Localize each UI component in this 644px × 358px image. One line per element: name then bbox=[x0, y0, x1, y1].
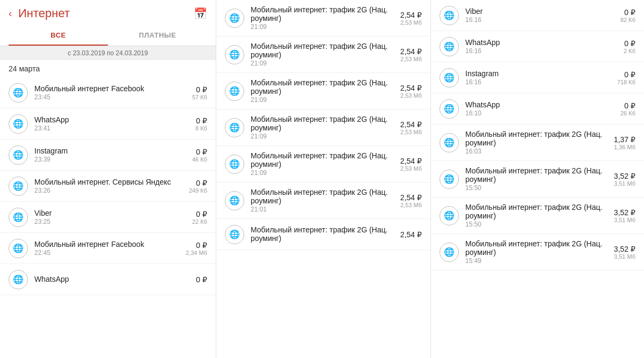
item-name: Мобильный интернет: трафик 2G (Нац. роум… bbox=[251, 115, 396, 132]
globe-icon: 🌐 bbox=[9, 177, 28, 196]
tabs: ВСЕ ПЛАТНЫЕ bbox=[9, 26, 207, 46]
globe-icon: 🌐 bbox=[440, 99, 459, 119]
list-item: 🌐 Мобильный интернет: трафик 2G (Нац. ро… bbox=[431, 161, 644, 198]
price-size: 82 Кб bbox=[620, 17, 635, 23]
item-time: 15:50 bbox=[465, 221, 610, 228]
list-item: 🌐 WhatsApp 16:10 0 ₽ 26 Кб bbox=[431, 93, 644, 125]
list-item: 🌐 Мобильный интернет: трафик 2G (Нац. ро… bbox=[431, 198, 644, 234]
price-value: 0 ₽ bbox=[195, 116, 207, 125]
globe-icon: 🌐 bbox=[9, 208, 28, 227]
item-time: 23:25 bbox=[34, 218, 188, 225]
item-name: Мобильный интернет Facebook bbox=[34, 84, 188, 93]
price-value: 0 ₽ bbox=[192, 85, 207, 94]
item-time: 23:26 bbox=[34, 187, 185, 194]
item-time: 21:09 bbox=[251, 169, 396, 177]
price-size: 2,53 Мб bbox=[400, 19, 422, 26]
globe-icon: 🌐 bbox=[225, 155, 244, 174]
price-value: 2,54 ₽ bbox=[400, 230, 422, 239]
globe-icon: 🌐 bbox=[440, 37, 459, 56]
globe-icon: 🌐 bbox=[9, 239, 28, 258]
item-time: 23:39 bbox=[34, 156, 188, 163]
price-size: 8 Кб bbox=[195, 125, 207, 131]
price-size: 26 Кб bbox=[620, 110, 635, 116]
price-value: 2,54 ₽ bbox=[400, 157, 422, 165]
list-item: 🌐 WhatsApp 16:16 0 ₽ 2 Кб bbox=[431, 31, 644, 62]
price-value: 2,54 ₽ bbox=[400, 84, 422, 92]
list-item: 🌐 Мобильный интернет Facebook 22:45 0 ₽ … bbox=[0, 233, 216, 264]
price-size: 57 Кб bbox=[192, 94, 207, 100]
list-item: 🌐 Viber 23:25 0 ₽ 22 Кб bbox=[0, 202, 216, 233]
price-value: 0 ₽ bbox=[624, 39, 635, 48]
item-time: 16:03 bbox=[465, 148, 610, 155]
item-name: Мобильный интернет: трафик 2G (Нац. роум… bbox=[465, 130, 610, 147]
price-value: 0 ₽ bbox=[620, 101, 635, 110]
price-size: 1,36 Мб bbox=[614, 144, 635, 150]
list-item: 🌐 Мобильный интернет: трафик 2G (Нац. ро… bbox=[216, 146, 430, 182]
item-time: 16:10 bbox=[465, 109, 616, 117]
globe-icon: 🌐 bbox=[225, 9, 244, 28]
item-name: Мобильный интернет Facebook bbox=[34, 240, 181, 249]
item-time: 23:41 bbox=[34, 125, 191, 132]
price-size: 2,53 Мб bbox=[400, 165, 422, 172]
price-size: 3,51 Мб bbox=[614, 180, 635, 187]
price-size: 3,51 Мб bbox=[614, 253, 635, 260]
item-time: 21:09 bbox=[251, 60, 396, 67]
globe-icon: 🌐 bbox=[9, 270, 28, 289]
item-time: 15:50 bbox=[465, 184, 610, 192]
price-value: 2,54 ₽ bbox=[400, 47, 422, 56]
globe-icon: 🌐 bbox=[225, 118, 244, 137]
panel1-header: ‹ Интернет 📅 ВСЕ ПЛАТНЫЕ bbox=[0, 0, 216, 46]
price-value: 3,52 ₽ bbox=[614, 245, 635, 253]
panel2-list[interactable]: 🌐 Мобильный интернет: трафик 2G (Нац. ро… bbox=[216, 0, 430, 358]
page-title: Интернет bbox=[18, 6, 194, 20]
price-size: 2,53 Мб bbox=[400, 129, 422, 135]
price-size: 22 Кб bbox=[192, 218, 207, 225]
price-size: 718 Кб bbox=[617, 79, 635, 85]
price-value: 0 ₽ bbox=[196, 275, 207, 284]
panel-2: 🌐 Мобильный интернет: трафик 2G (Нац. ро… bbox=[216, 0, 431, 358]
price-value: 3,52 ₽ bbox=[614, 208, 635, 217]
item-name: Мобильный интернет: трафик 2G (Нац. роум… bbox=[251, 151, 396, 169]
item-name: Мобильный интернет: трафик 2G (Нац. роум… bbox=[251, 78, 396, 96]
panel3-list[interactable]: 🌐 Viber 16:16 0 ₽ 82 Кб 🌐 WhatsApp 16:16… bbox=[431, 0, 644, 358]
item-time: 21:09 bbox=[251, 96, 396, 104]
tab-all[interactable]: ВСЕ bbox=[9, 26, 108, 46]
item-time: 16:16 bbox=[465, 47, 619, 55]
price-value: 0 ₽ bbox=[186, 241, 207, 250]
price-size: 2 Кб bbox=[624, 48, 635, 54]
list-item: 🌐 Мобильный интернет: трафик 2G (Нац. ро… bbox=[216, 109, 430, 146]
globe-icon: 🌐 bbox=[9, 83, 28, 103]
globe-icon: 🌐 bbox=[225, 82, 244, 101]
date-range: с 23.03.2019 по 24.03.2019 bbox=[0, 46, 216, 60]
item-name: Мобильный интернет. Сервисы Яндекс bbox=[34, 178, 185, 186]
list-item: 🌐 Мобильный интернет: трафик 2G (Нац. ро… bbox=[216, 36, 430, 73]
calendar-icon[interactable]: 📅 bbox=[194, 7, 207, 20]
price-value: 2,54 ₽ bbox=[400, 120, 422, 129]
panel1-list[interactable]: 🌐 Мобильный интернет Facebook 23:45 0 ₽ … bbox=[0, 77, 216, 358]
item-time: 22:45 bbox=[34, 249, 181, 257]
price-value: 2,54 ₽ bbox=[400, 193, 422, 202]
item-name: WhatsApp bbox=[465, 100, 616, 109]
item-time: 21:09 bbox=[251, 23, 396, 31]
list-item: 🌐 Мобильный интернет: трафик 2G (Нац. ро… bbox=[216, 219, 430, 250]
price-size: 249 Кб bbox=[189, 187, 207, 194]
list-item: 🌐 Мобильный интернет: трафик 2G (Нац. ро… bbox=[216, 73, 430, 109]
globe-icon: 🌐 bbox=[225, 45, 244, 64]
price-value: 0 ₽ bbox=[617, 70, 635, 79]
price-value: 0 ₽ bbox=[192, 148, 207, 156]
item-name: WhatsApp bbox=[34, 275, 192, 283]
list-item: 🌐 Viber 16:16 0 ₽ 82 Кб bbox=[431, 0, 644, 31]
price-value: 2,54 ₽ bbox=[400, 11, 422, 19]
list-item: 🌐 Мобильный интернет. Сервисы Яндекс 23:… bbox=[0, 171, 216, 202]
price-size: 2,53 Мб bbox=[400, 56, 422, 62]
list-item: 🌐 Мобильный интернет: трафик 2G (Нац. ро… bbox=[216, 0, 430, 36]
list-item: 🌐 Мобильный интернет: трафик 2G (Нац. ро… bbox=[216, 182, 430, 219]
tab-paid[interactable]: ПЛАТНЫЕ bbox=[108, 26, 207, 46]
section-header: 24 марта bbox=[0, 60, 216, 77]
price-size: 46 Кб bbox=[192, 156, 207, 163]
back-button[interactable]: ‹ bbox=[9, 8, 12, 19]
globe-icon: 🌐 bbox=[225, 225, 244, 244]
item-name: Мобильный интернет: трафик 2G (Нац. роум… bbox=[251, 225, 396, 243]
panel-3: 🌐 Viber 16:16 0 ₽ 82 Кб 🌐 WhatsApp 16:16… bbox=[431, 0, 644, 358]
item-name: WhatsApp bbox=[465, 38, 619, 47]
